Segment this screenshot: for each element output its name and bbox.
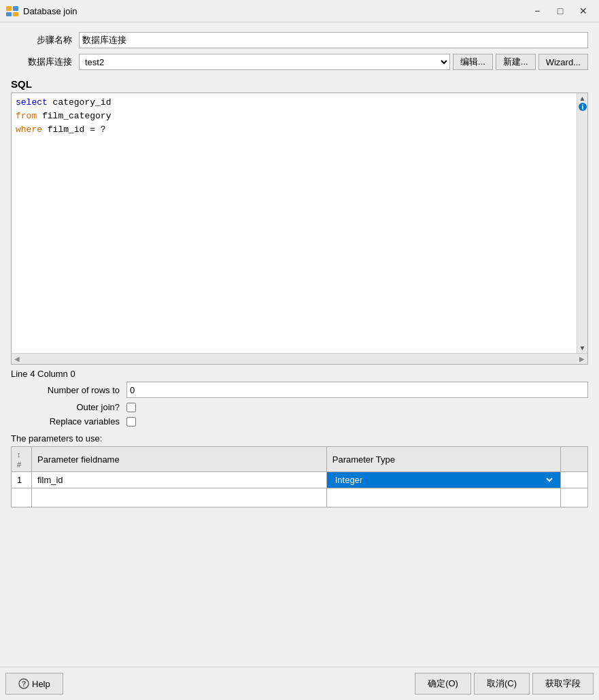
step-name-input[interactable] [79, 32, 588, 48]
info-icon: i [578, 102, 587, 112]
main-content: 步骤名称 数据库连接 test2 编辑... 新建... Wizard... S… [0, 22, 599, 667]
outer-join-label: Outer join? [11, 402, 120, 412]
scroll-up-arrow[interactable]: ▲ [579, 93, 586, 102]
empty-extra [561, 488, 588, 507]
type-select[interactable]: Integer String Number Date Boolean Binar… [332, 474, 555, 486]
svg-rect-1 [13, 6, 18, 11]
scroll-right-arrow[interactable]: ▶ [579, 355, 585, 363]
table-row: 1 film_id Integer String Number Date Boo… [12, 472, 588, 488]
minimize-button[interactable]: − [527, 4, 547, 18]
sql-section-label: SQL [11, 78, 588, 90]
button-spacer [66, 673, 412, 695]
rows-to-label: Number of rows to [11, 385, 120, 395]
new-button[interactable]: 新建... [496, 54, 536, 70]
parameters-table: ↕ # Parameter fieldname Parameter Type 1… [11, 446, 588, 507]
empty-fieldname [32, 488, 327, 507]
row-extra [561, 472, 588, 488]
table-row-empty [12, 488, 588, 507]
sql-editor[interactable]: select category_id from film_category wh… [12, 93, 577, 353]
empty-type [326, 488, 560, 507]
rows-to-row: Number of rows to [11, 382, 588, 398]
replace-vars-checkbox[interactable] [126, 417, 136, 427]
step-name-label: 步骤名称 [11, 34, 72, 46]
maximize-button[interactable]: □ [550, 4, 570, 18]
replace-vars-row: Replace variables [11, 416, 588, 427]
row-index: 1 [12, 472, 32, 488]
svg-rect-3 [13, 12, 18, 16]
db-connection-row: 数据库连接 test2 编辑... 新建... Wizard... [11, 54, 588, 70]
app-icon [5, 4, 19, 18]
sql-editor-container: select category_id from film_category wh… [11, 93, 588, 365]
cancel-button[interactable]: 取消(C) [474, 673, 530, 695]
replace-vars-label: Replace variables [11, 416, 120, 427]
svg-text:i: i [581, 103, 583, 111]
scroll-left-arrow[interactable]: ◀ [14, 355, 20, 363]
confirm-button[interactable]: 确定(O) [415, 673, 471, 695]
title-bar: Database join − □ ✕ [0, 0, 599, 22]
col-header-extra [561, 447, 588, 472]
window-controls: − □ ✕ [527, 4, 594, 18]
question-icon: ? [18, 678, 29, 689]
close-button[interactable]: ✕ [573, 4, 594, 18]
svg-text:?: ? [22, 680, 27, 688]
vertical-scrollbar[interactable]: ▲ i ▼ [577, 93, 587, 353]
step-name-row: 步骤名称 [11, 32, 588, 48]
col-header-fieldname: Parameter fieldname [32, 447, 327, 472]
outer-join-checkbox[interactable] [126, 403, 136, 412]
get-fields-button[interactable]: 获取字段 [532, 673, 594, 695]
horizontal-scrollbar[interactable]: ◀ ▶ [12, 353, 587, 364]
col-header-index: ↕ # [12, 447, 32, 472]
svg-rect-2 [6, 12, 12, 16]
wizard-button[interactable]: Wizard... [538, 54, 588, 70]
help-button[interactable]: ? Help [5, 673, 63, 695]
col-header-type: Parameter Type [326, 447, 560, 472]
window-title: Database join [23, 6, 523, 16]
empty-index [12, 488, 32, 507]
rows-to-input[interactable] [126, 382, 588, 398]
row-fieldname[interactable]: film_id [32, 472, 327, 488]
scroll-down-arrow[interactable]: ▼ [579, 344, 586, 353]
outer-join-row: Outer join? [11, 402, 588, 412]
edit-button[interactable]: 编辑... [453, 54, 493, 70]
db-connection-label: 数据库连接 [11, 56, 72, 68]
status-line: Line 4 Column 0 [11, 369, 588, 379]
svg-rect-0 [6, 6, 12, 11]
bottom-bar: ? Help 确定(O) 取消(C) 获取字段 [0, 667, 599, 700]
params-section-label: The parameters to use: [11, 433, 588, 444]
db-connection-select[interactable]: test2 [79, 54, 450, 70]
row-type[interactable]: Integer String Number Date Boolean Binar… [326, 472, 560, 488]
